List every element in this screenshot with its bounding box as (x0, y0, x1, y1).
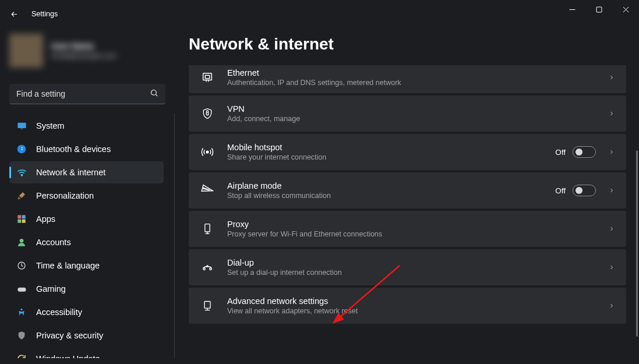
setting-title: VPN (227, 104, 603, 114)
svg-rect-30 (204, 302, 210, 309)
maximize-button[interactable] (585, 0, 612, 19)
setting-subtitle: Proxy server for Wi-Fi and Ethernet conn… (227, 230, 603, 238)
svg-point-4 (151, 90, 157, 95)
svg-point-27 (203, 268, 205, 270)
brush-icon (16, 190, 27, 201)
svg-rect-11 (22, 215, 26, 218)
svg-rect-13 (22, 220, 26, 223)
svg-rect-6 (17, 122, 26, 128)
sidebar-label: Accessibility (36, 308, 82, 317)
setting-title: Airplane mode (227, 181, 555, 190)
svg-rect-19 (205, 75, 209, 79)
sidebar-item-accounts[interactable]: Accounts (9, 231, 164, 253)
chevron-right-icon (608, 73, 616, 82)
setting-advanced-network-settings[interactable]: Advanced network settings View all netwo… (189, 288, 626, 324)
dialup-icon (200, 260, 214, 274)
setting-proxy[interactable]: Proxy Proxy server for Wi-Fi and Etherne… (189, 211, 626, 247)
setting-subtitle: Set up a dial-up internet connection (227, 268, 603, 277)
sidebar-item-bluetooth-devices[interactable]: Bluetooth & devices (9, 138, 164, 160)
setting-subtitle: Authentication, IP and DNS settings, met… (227, 79, 603, 87)
sidebar-item-personalization[interactable]: Personalization (9, 185, 164, 207)
svg-point-8 (17, 145, 26, 154)
sidebar-label: Time & language (36, 261, 100, 270)
setting-airplane-mode[interactable]: Airplane mode Stop all wireless communic… (189, 172, 626, 208)
search-input[interactable] (16, 89, 150, 98)
svg-point-28 (210, 268, 211, 270)
setting-mobile-hotspot[interactable]: Mobile hotspot Share your internet conne… (189, 134, 626, 170)
ethernet-icon (200, 70, 214, 84)
person-icon (16, 237, 27, 248)
setting-title: Proxy (227, 220, 603, 229)
setting-subtitle: View all network adapters, network reset (227, 307, 603, 315)
chevron-right-icon (608, 186, 616, 195)
shield-icon (16, 330, 27, 341)
wifi-icon (16, 167, 27, 178)
svg-rect-12 (17, 220, 21, 223)
sidebar-label: System (36, 121, 64, 130)
setting-subtitle: Stop all wireless communication (227, 192, 555, 200)
chevron-right-icon (608, 302, 616, 310)
airplane-icon (200, 183, 214, 197)
mobile-hotspot-toggle[interactable] (573, 146, 596, 158)
setting-vpn[interactable]: VPN Add, connect, manage (189, 96, 626, 132)
svg-line-5 (156, 94, 157, 96)
sidebar-label: Privacy & security (36, 331, 103, 340)
sidebar-label: Bluetooth & devices (36, 144, 111, 154)
search-box[interactable] (9, 84, 165, 104)
svg-point-29 (207, 266, 208, 267)
accessibility-icon (16, 307, 27, 317)
setting-title: Advanced network settings (227, 296, 603, 306)
back-button[interactable] (8, 8, 20, 20)
sidebar-item-network-internet[interactable]: Network & internet (9, 161, 164, 183)
sidebar-label: Windows Update (36, 354, 100, 358)
gamepad-icon (16, 284, 27, 294)
sidebar-item-accessibility[interactable]: Accessibility (9, 301, 164, 323)
sidebar-label: Accounts (36, 238, 71, 247)
search-icon (150, 89, 158, 100)
sidebar-label: Apps (36, 214, 55, 224)
sidebar-label: Gaming (36, 284, 66, 294)
svg-point-23 (206, 151, 209, 153)
sidebar-item-windows-update[interactable]: Windows Update (9, 348, 164, 358)
svg-point-9 (21, 174, 22, 175)
user-email: email@example.com (51, 52, 116, 60)
bluetooth-icon (16, 144, 27, 154)
sidebar-item-apps[interactable]: Apps (9, 208, 164, 230)
setting-title: Dial-up (227, 258, 603, 267)
user-name: User Name (51, 41, 116, 51)
sidebar-item-time-language[interactable]: Time & language (9, 255, 164, 277)
svg-rect-10 (17, 215, 21, 218)
svg-rect-22 (206, 112, 208, 115)
sidebar-item-system[interactable]: System (9, 115, 164, 137)
sidebar-label: Personalization (36, 191, 94, 200)
clock-globe-icon (16, 260, 27, 271)
monitor-icon (16, 121, 27, 131)
scrollbar[interactable] (636, 150, 638, 337)
sidebar-item-privacy-security[interactable]: Privacy & security (9, 324, 164, 347)
toggle-state-label: Off (555, 186, 566, 195)
airplane-mode-toggle[interactable] (573, 185, 596, 196)
svg-rect-1 (596, 7, 602, 12)
setting-dial-up[interactable]: Dial-up Set up a dial-up internet connec… (189, 249, 626, 285)
setting-subtitle: Share your internet connection (227, 153, 555, 161)
setting-ethernet[interactable]: Ethernet Authentication, IP and DNS sett… (189, 65, 626, 93)
avatar (9, 34, 43, 68)
chevron-right-icon (608, 148, 616, 156)
close-button[interactable] (612, 0, 639, 19)
sidebar-label: Network & internet (36, 168, 105, 177)
svg-rect-24 (205, 224, 210, 232)
sidebar-item-gaming[interactable]: Gaming (9, 278, 164, 300)
window-title: Settings (31, 10, 58, 18)
hotspot-icon (200, 145, 214, 159)
minimize-button[interactable] (559, 0, 585, 19)
page-title: Network & internet (189, 28, 639, 65)
vpn-shield-icon (200, 107, 214, 121)
setting-title: Ethernet (227, 68, 603, 77)
chevron-right-icon (608, 263, 616, 271)
setting-title: Mobile hotspot (227, 143, 555, 152)
svg-rect-7 (20, 128, 23, 129)
svg-point-17 (20, 309, 22, 310)
update-icon (16, 354, 27, 358)
svg-point-14 (20, 239, 24, 243)
user-block[interactable]: User Name email@example.com (0, 28, 175, 72)
